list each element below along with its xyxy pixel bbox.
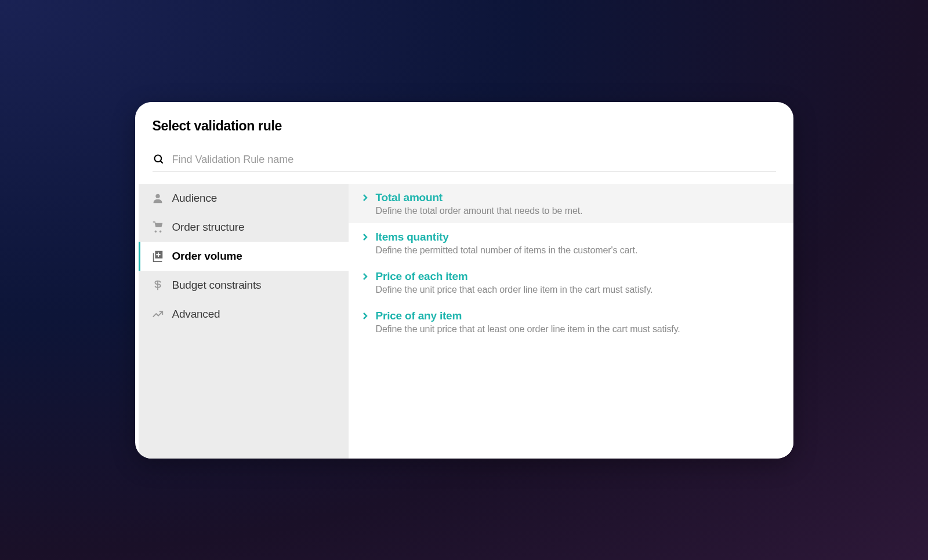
svg-line-1 bbox=[160, 161, 162, 163]
chevron-right-icon bbox=[362, 194, 368, 202]
sidebar-item-budget-constraints[interactable]: Budget constraints bbox=[139, 271, 349, 300]
rule-item-total-amount[interactable]: Total amount Define the total order amou… bbox=[349, 184, 793, 223]
user-icon bbox=[151, 192, 164, 205]
svg-point-0 bbox=[154, 155, 161, 162]
search-icon bbox=[153, 153, 165, 166]
rule-list: Total amount Define the total order amou… bbox=[349, 184, 793, 459]
card-header: Select validation rule bbox=[135, 102, 793, 143]
rule-title: Price of each item bbox=[376, 270, 468, 283]
chevron-right-icon bbox=[362, 233, 368, 241]
sidebar-item-label: Order volume bbox=[172, 250, 242, 263]
rule-head: Items quantity bbox=[362, 231, 780, 243]
sidebar-item-label: Budget constraints bbox=[172, 279, 262, 292]
page-title: Select validation rule bbox=[153, 118, 776, 134]
dollar-icon bbox=[151, 279, 164, 292]
sidebar-item-advanced[interactable]: Advanced bbox=[139, 300, 349, 329]
rule-desc: Define the unit price that each order li… bbox=[376, 285, 780, 295]
rule-item-price-any-item[interactable]: Price of any item Define the unit price … bbox=[349, 302, 793, 341]
rule-title: Total amount bbox=[376, 191, 443, 204]
sidebar-item-order-structure[interactable]: Order structure bbox=[139, 213, 349, 242]
rule-item-price-each-item[interactable]: Price of each item Define the unit price… bbox=[349, 263, 793, 302]
sidebar-item-audience[interactable]: Audience bbox=[139, 184, 349, 213]
content-area: Audience Order structure Order volume bbox=[135, 184, 793, 459]
rule-title: Price of any item bbox=[376, 310, 462, 322]
rule-desc: Define the unit price that at least one … bbox=[376, 324, 780, 334]
search-input[interactable] bbox=[172, 151, 776, 168]
sidebar: Audience Order structure Order volume bbox=[139, 184, 349, 459]
search-row bbox=[153, 151, 776, 172]
rule-item-items-quantity[interactable]: Items quantity Define the permitted tota… bbox=[349, 223, 793, 263]
rule-head: Total amount bbox=[362, 191, 780, 204]
trend-icon bbox=[151, 308, 164, 321]
rule-head: Price of any item bbox=[362, 310, 780, 322]
rule-desc: Define the permitted total number of ite… bbox=[376, 245, 780, 256]
sidebar-item-order-volume[interactable]: Order volume bbox=[139, 242, 349, 271]
add-box-icon bbox=[151, 250, 164, 263]
chevron-right-icon bbox=[362, 312, 368, 320]
validation-rule-card: Select validation rule Audience bbox=[135, 102, 793, 459]
rule-head: Price of each item bbox=[362, 270, 780, 283]
chevron-right-icon bbox=[362, 272, 368, 281]
cart-icon bbox=[151, 221, 164, 234]
rule-title: Items quantity bbox=[376, 231, 449, 243]
sidebar-item-label: Advanced bbox=[172, 308, 220, 321]
sidebar-item-label: Audience bbox=[172, 192, 217, 205]
rule-desc: Define the total order amount that needs… bbox=[376, 206, 780, 216]
svg-point-2 bbox=[155, 194, 160, 198]
sidebar-item-label: Order structure bbox=[172, 221, 245, 234]
